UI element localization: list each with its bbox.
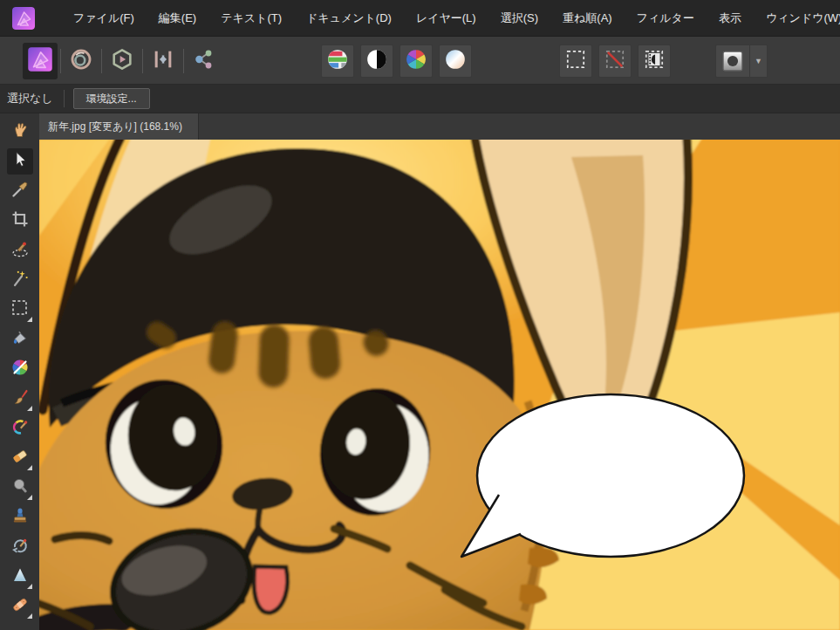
auto-adjustments-group	[321, 37, 472, 85]
develop-persona-icon	[110, 47, 134, 75]
rectangular-marquee-tool-icon	[10, 298, 31, 322]
document-tab[interactable]: 新年.jpg [変更あり] (168.1%)	[39, 113, 199, 140]
affinity-photo-logo-icon	[12, 7, 35, 30]
toolbar-separator	[183, 49, 184, 73]
flood-select-tool-icon	[10, 268, 31, 292]
auto-colours-icon	[405, 48, 427, 74]
menu-item-document[interactable]: ドキュメント(D)	[294, 0, 404, 37]
move-tool-icon	[10, 149, 31, 174]
view-tool-icon	[10, 120, 31, 144]
flood-fill-tool-icon	[10, 327, 31, 352]
canvas-image	[39, 140, 840, 630]
flood-select-tool-button[interactable]	[7, 267, 33, 293]
menu-item-filter[interactable]: フィルター	[625, 0, 707, 37]
toolbar-separator	[101, 49, 102, 73]
photo-persona-button[interactable]	[23, 43, 58, 79]
tone-mapping-persona-icon	[151, 47, 175, 75]
erase-brush-tool-icon	[10, 446, 31, 470]
healing-brush-tool-button[interactable]	[7, 593, 33, 620]
selection-brush-tool-icon	[10, 238, 31, 263]
quick-mask-icon	[721, 50, 744, 72]
context-toolbar: 選択なし 環境設定...	[0, 85, 840, 113]
tools-panel	[0, 113, 39, 630]
preferences-button[interactable]: 環境設定...	[73, 88, 150, 109]
document-tab-bar: 新年.jpg [変更あり] (168.1%)	[39, 113, 840, 140]
deselect-icon	[604, 48, 626, 74]
photo-persona-icon	[27, 46, 53, 76]
colour-replacement-brush-tool-icon	[10, 416, 31, 441]
chevron-down-icon: ▼	[755, 57, 762, 65]
context-separator	[64, 90, 65, 107]
selection-buttons-group	[559, 37, 671, 85]
quick-mask-dropdown[interactable]: ▼	[750, 45, 768, 78]
colour-picker-tool-button[interactable]	[7, 178, 33, 204]
colour-replacement-brush-tool-button[interactable]	[7, 415, 33, 442]
toolbar-separator	[142, 49, 143, 73]
menu-item-text[interactable]: テキスト(T)	[208, 0, 294, 37]
crop-tool-button[interactable]	[7, 208, 33, 234]
auto-contrast-icon	[365, 48, 388, 74]
undo-brush-tool-icon	[10, 535, 31, 559]
export-persona-button[interactable]	[187, 43, 222, 79]
invert-selection-button[interactable]	[638, 45, 671, 78]
dodge-brush-tool-button[interactable]	[7, 475, 33, 501]
persona-group	[23, 37, 222, 85]
export-persona-icon	[192, 47, 216, 75]
menu-item-file[interactable]: ファイル(F)	[61, 0, 147, 37]
develop-persona-button[interactable]	[105, 43, 140, 79]
paint-brush-tool-icon	[10, 387, 31, 411]
quick-mask-button[interactable]	[715, 45, 750, 78]
document-tab-title: 新年.jpg [変更あり] (168.1%)	[48, 120, 182, 134]
move-tool-button[interactable]	[7, 148, 33, 175]
selection-status-label: 選択なし	[7, 91, 53, 106]
auto-levels-button[interactable]	[321, 45, 354, 78]
selection-marquee-button[interactable]	[559, 45, 592, 78]
menu-item-layer[interactable]: レイヤー(L)	[404, 0, 488, 37]
auto-levels-icon	[326, 48, 349, 74]
auto-white-balance-button[interactable]	[439, 45, 472, 78]
auto-white-balance-icon	[444, 48, 467, 74]
rectangular-marquee-tool-button[interactable]	[7, 297, 33, 323]
clone-brush-tool-button[interactable]	[7, 504, 33, 531]
deselect-button[interactable]	[598, 45, 632, 78]
tone-mapping-persona-button[interactable]	[146, 43, 181, 79]
menu-item-view[interactable]: 表示	[707, 0, 754, 37]
blur-brush-tool-button[interactable]	[7, 564, 33, 590]
menu-bar: ファイル(F)編集(E)テキスト(T)ドキュメント(D)レイヤー(L)選択(S)…	[0, 0, 840, 37]
liquify-persona-icon	[69, 47, 93, 75]
menu-items: ファイル(F)編集(E)テキスト(T)ドキュメント(D)レイヤー(L)選択(S)…	[61, 0, 840, 37]
selection-marquee-icon	[564, 48, 587, 74]
paint-brush-tool-button[interactable]	[7, 386, 33, 412]
blur-brush-tool-icon	[10, 565, 31, 589]
menu-item-window[interactable]: ウィンドウ(W)	[754, 0, 840, 37]
healing-brush-tool-icon	[10, 594, 31, 619]
crop-tool-icon	[10, 209, 31, 233]
canvas-viewport[interactable]	[39, 140, 840, 630]
gradient-tool-button[interactable]	[7, 356, 33, 382]
gradient-tool-icon	[10, 357, 31, 381]
view-tool-button[interactable]	[7, 119, 33, 145]
selection-brush-tool-button[interactable]	[7, 237, 33, 264]
undo-brush-tool-button[interactable]	[7, 534, 33, 560]
cat-artwork	[39, 140, 840, 630]
auto-colours-button[interactable]	[400, 45, 433, 78]
dodge-brush-tool-icon	[10, 476, 31, 500]
invert-selection-icon	[643, 48, 666, 74]
clone-brush-tool-icon	[10, 505, 31, 530]
erase-brush-tool-button[interactable]	[7, 445, 33, 471]
main-toolbar: ▼	[0, 37, 840, 85]
flood-fill-tool-button[interactable]	[7, 326, 33, 353]
menu-item-select[interactable]: 選択(S)	[488, 0, 550, 37]
colour-picker-tool-icon	[10, 179, 31, 203]
menu-item-arrange[interactable]: 重ね順(A)	[550, 0, 625, 37]
auto-contrast-button[interactable]	[360, 45, 393, 78]
quick-mask-group: ▼	[715, 37, 768, 85]
toolbar-separator	[60, 49, 61, 73]
menu-item-edit[interactable]: 編集(E)	[147, 0, 208, 37]
liquify-persona-button[interactable]	[64, 43, 99, 79]
